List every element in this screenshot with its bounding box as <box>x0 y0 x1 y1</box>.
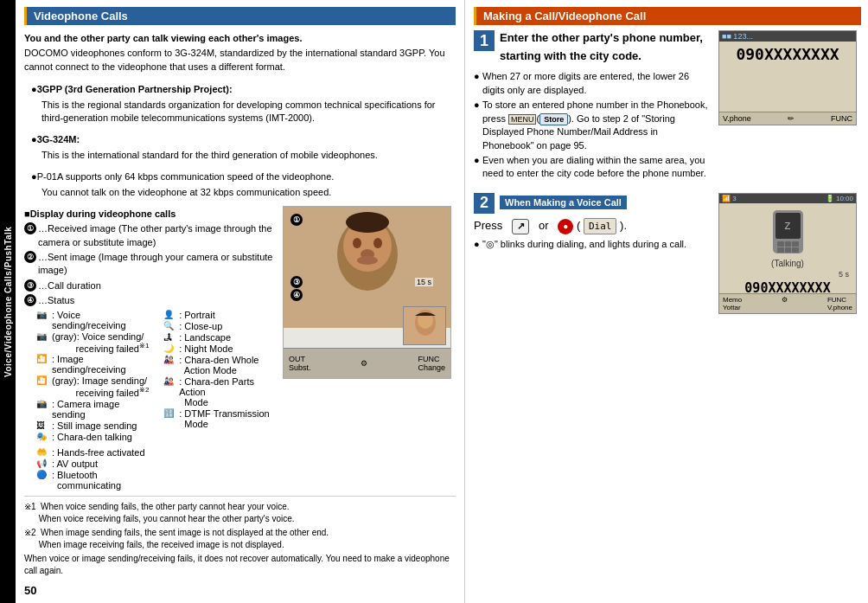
step2-press-line: Press ↗ or ● ( Dial ). <box>474 217 712 235</box>
svg-rect-17 <box>777 247 784 253</box>
icon-col-left: 📷 : Voice sending/receiving 📷 (gray): Vo… <box>36 310 155 491</box>
step1-title-line2: starting with the city code. <box>500 48 703 64</box>
icon-camera: 📸 : Camera image sending <box>36 399 155 420</box>
icon-portrait: 👤 : Portrait <box>163 310 278 320</box>
step2-voice-call-header: When Making a Voice Call <box>500 196 627 209</box>
display-header: ■Display during videophone calls <box>24 208 176 219</box>
display-item-1: ① …Received image (The other party's ima… <box>24 222 278 249</box>
paren-close: ). <box>620 219 627 232</box>
red-key[interactable]: ● <box>558 219 573 234</box>
display-item-3: ③ …Call duration <box>24 279 278 292</box>
step1-ss-header-text: ■■ 123... <box>722 32 753 41</box>
footnotes: ※1 When voice sending fails, the other p… <box>24 496 456 579</box>
step1-screenshot: ■■ 123... 090XXXXXXXX V.phone ✏ FUNC <box>718 30 857 125</box>
night-icon: 🌙 <box>163 343 176 353</box>
page-number: 50 <box>24 579 456 597</box>
portrait-label: : Portrait <box>179 310 215 320</box>
icon-charaden-whole: 🎎 : Chara-den Whole Action Mode <box>163 355 278 375</box>
image-gray-label: (gray): Image sending/ receiving failed※… <box>52 375 149 398</box>
main-content: Videophone Calls You and the other party… <box>16 0 868 603</box>
step1-bullet-1: ● When 27 or more digits are entered, th… <box>474 70 712 97</box>
overlay-4: ④ <box>290 289 303 301</box>
display-text-2: …Sent image (Image through your camera o… <box>38 251 278 278</box>
svg-rect-14 <box>777 241 784 247</box>
step2-footer-right: FUNCV.phone <box>827 296 852 311</box>
camera-icon: 📸 <box>36 399 48 408</box>
closeup-label: : Close-up <box>179 321 222 331</box>
or-label: or <box>539 219 549 232</box>
step2-phone: 📶 3 🔋 10:00 z <box>718 193 861 314</box>
step2-footer-mid: ⚙ <box>782 296 788 311</box>
icon-image-gray: 🎦 (gray): Image sending/ receiving faile… <box>36 375 155 398</box>
step1-ss-header: ■■ 123... <box>719 31 856 42</box>
step1-number: 1 <box>474 30 495 51</box>
dtmf-label: : DTMF Transmission Mode <box>179 408 270 429</box>
press-label: Press <box>474 219 502 232</box>
call-key[interactable]: ↗ <box>512 219 529 234</box>
step1-bullet-2: ● To store an entered phone number in th… <box>474 99 712 152</box>
overlay-1: ① <box>290 214 303 226</box>
icon-landscape: 🏞 : Landscape <box>163 332 278 343</box>
step1-row: 1 Enter the other party's phone number, … <box>474 30 861 183</box>
bullet-dot-3: ● <box>474 154 482 167</box>
charaden-label: : Chara-den talking <box>52 432 132 442</box>
svg-rect-19 <box>792 247 799 253</box>
dtmf-icon: 🔢 <box>163 408 176 418</box>
svg-text:z: z <box>784 218 790 232</box>
svg-rect-15 <box>785 241 791 247</box>
bullet-3gpp-header: ●3GPP (3rd Generation Partnership Projec… <box>31 83 456 96</box>
av-icon: 📢 <box>36 459 48 468</box>
bullet-3gpp: ●3GPP (3rd Generation Partnership Projec… <box>31 81 456 126</box>
svg-rect-16 <box>792 241 799 247</box>
circle-1: ① <box>24 222 36 234</box>
av-label: : AV output <box>52 459 98 469</box>
paren-open: ( <box>577 219 580 232</box>
footnote-2: ※2 When image sending fails, the sent im… <box>24 527 456 551</box>
display-left: ■Display during videophone calls ① …Rece… <box>24 206 278 492</box>
bluetooth-label: : Bluetooth communicating <box>52 470 121 491</box>
step1-footer-right: FUNC <box>831 114 852 123</box>
image-send-label: : Image sending/receiving <box>52 354 155 375</box>
right-section-header: Making a Call/Videophone Call <box>474 7 861 25</box>
intro-section: You and the other party can talk viewing… <box>24 30 456 75</box>
right-panel: Making a Call/Videophone Call 1 Enter th… <box>465 0 868 603</box>
step2-footer-left: MemoYottar <box>723 296 742 311</box>
step1-footer-left: V.phone <box>723 114 751 123</box>
svg-point-3 <box>353 238 361 248</box>
phone-mockup: ① ② ③ ④ 15 s <box>283 206 451 379</box>
icon-dtmf: 🔢 : DTMF Transmission Mode <box>163 408 278 429</box>
step1-title-line1: Enter the other party's phone number, <box>500 30 703 46</box>
step1-ss-number: 090XXXXXXXX <box>719 45 856 63</box>
intro-bold: You and the other party can talk viewing… <box>24 33 303 43</box>
sidebar-label: Voice/Videophone Calls/PushTalk <box>0 0 16 603</box>
sent-image-thumb <box>403 306 446 345</box>
icon-night: 🌙 : Night Mode <box>163 343 278 354</box>
bullet-p01a-header: ●P-01A supports only 64 kbps communicati… <box>31 170 456 183</box>
circle-3: ③ <box>24 279 36 292</box>
step2-status-bar: 📶 3 🔋 10:00 <box>719 194 856 203</box>
step2-status-left: 📶 3 <box>722 195 737 202</box>
icon-bluetooth: 🔵 : Bluetooth communicating <box>36 470 155 491</box>
step2-body: z (Talking) 5 s <box>719 203 856 301</box>
display-section: ■Display during videophone calls ① …Rece… <box>24 206 456 492</box>
svg-point-6 <box>357 256 378 265</box>
step2-bullet: ● "◎" blinks during dialing, and lights … <box>474 238 712 251</box>
step1-note-2: To store an entered phone number in the … <box>482 99 712 152</box>
step1-title: Enter the other party's phone number, st… <box>500 30 703 67</box>
still-label: : Still image sending <box>52 420 137 431</box>
phone-handset-svg: z <box>773 210 803 253</box>
step1-left: 1 Enter the other party's phone number, … <box>474 30 712 183</box>
bullet-3gpp-text: This is the regional standards organizat… <box>41 99 456 125</box>
step2-bullet-dot: ● <box>474 238 482 251</box>
display-text-1: …Received image (The other party's image… <box>38 222 278 249</box>
step1-note-1: When 27 or more digits are entered, the … <box>482 70 712 97</box>
phone-bottom-bar: OUTSubst. ⚙ FUNCChange <box>284 348 450 378</box>
display-text-4: …Status <box>38 294 74 307</box>
icon-closeup: 🔍 : Close-up <box>163 321 278 331</box>
closeup-icon: 🔍 <box>163 321 176 330</box>
bullet-3g324m: ●3G-324M: This is the international stan… <box>31 132 456 164</box>
voice-send-label: : Voice sending/receiving <box>52 310 155 330</box>
svg-point-4 <box>373 238 382 248</box>
bullet-3g324m-header: ●3G-324M: <box>31 133 456 146</box>
talking-label: (Talking) <box>771 259 804 268</box>
